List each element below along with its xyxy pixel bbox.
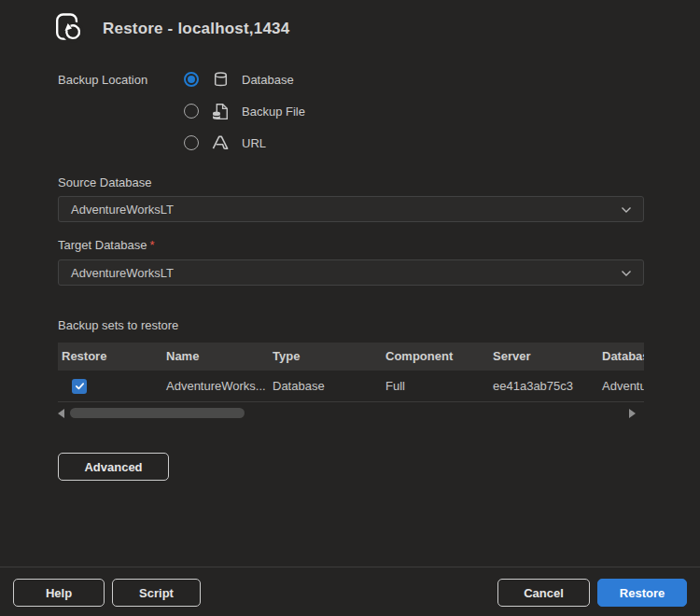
column-header-database[interactable]: Database — [598, 343, 644, 371]
source-database-dropdown[interactable]: AdventureWorksLT — [58, 196, 644, 222]
row-cell-database: AdventureWorksLT — [598, 379, 644, 393]
radio-option-database[interactable]: Database — [184, 69, 294, 90]
required-asterisk: * — [149, 238, 154, 252]
column-header-component[interactable]: Component — [382, 343, 489, 371]
help-button[interactable]: Help — [13, 579, 105, 607]
radio-button-backup-file[interactable] — [184, 104, 199, 119]
row-cell-server: ee41a3ab75c3 — [489, 379, 598, 393]
advanced-button[interactable]: Advanced — [58, 453, 169, 481]
row-cell-component: Full — [382, 379, 489, 393]
azure-icon — [211, 133, 230, 152]
column-header-name[interactable]: Name — [162, 343, 269, 371]
restore-dialog: Restore - localhost,1434 Backup Location… — [0, 0, 700, 616]
chevron-down-icon — [621, 270, 632, 277]
restore-database-icon — [50, 10, 84, 44]
database-icon — [211, 70, 230, 89]
radio-button-url[interactable] — [184, 135, 199, 150]
radio-label-url: URL — [242, 136, 266, 150]
backup-file-icon — [211, 102, 230, 120]
column-header-server[interactable]: Server — [489, 343, 598, 371]
restore-button[interactable]: Restore — [597, 579, 687, 607]
script-button[interactable]: Script — [112, 579, 201, 607]
check-icon — [75, 381, 85, 391]
column-header-type[interactable]: Type — [269, 343, 382, 371]
row-cell-name: AdventureWorks... — [162, 379, 269, 393]
table-row[interactable]: AdventureWorks... Database Full ee41a3ab… — [58, 371, 644, 402]
table-header-row: Restore Name Type Component Server Datab… — [58, 343, 644, 371]
source-database-value: AdventureWorksLT — [59, 203, 174, 217]
chevron-down-icon — [621, 206, 632, 214]
horizontal-scrollbar-thumb[interactable] — [70, 408, 245, 418]
target-database-value: AdventureWorksLT — [59, 266, 174, 280]
radio-button-database[interactable] — [184, 72, 199, 87]
target-database-label: Target Database* — [58, 238, 154, 252]
footer-divider — [0, 567, 700, 567]
column-header-restore[interactable]: Restore — [58, 343, 162, 371]
source-database-label: Source Database — [58, 175, 151, 189]
backup-location-label: Backup Location — [58, 73, 147, 87]
restore-row-checkbox[interactable] — [72, 379, 87, 394]
scroll-right-arrow-icon[interactable] — [629, 409, 636, 418]
radio-label-backup-file: Backup File — [242, 105, 305, 119]
page-title: Restore - localhost,1434 — [103, 20, 289, 38]
radio-label-database: Database — [242, 73, 294, 87]
radio-option-url[interactable]: URL — [184, 133, 266, 153]
radio-option-backup-file[interactable]: Backup File — [184, 101, 305, 121]
backup-sets-label: Backup sets to restore — [58, 318, 178, 332]
target-database-dropdown[interactable]: AdventureWorksLT — [58, 259, 644, 286]
scroll-left-arrow-icon[interactable] — [58, 409, 64, 418]
row-cell-type: Database — [269, 379, 382, 393]
backup-sets-table: Restore Name Type Component Server Datab… — [58, 343, 644, 402]
cancel-button[interactable]: Cancel — [497, 579, 590, 607]
